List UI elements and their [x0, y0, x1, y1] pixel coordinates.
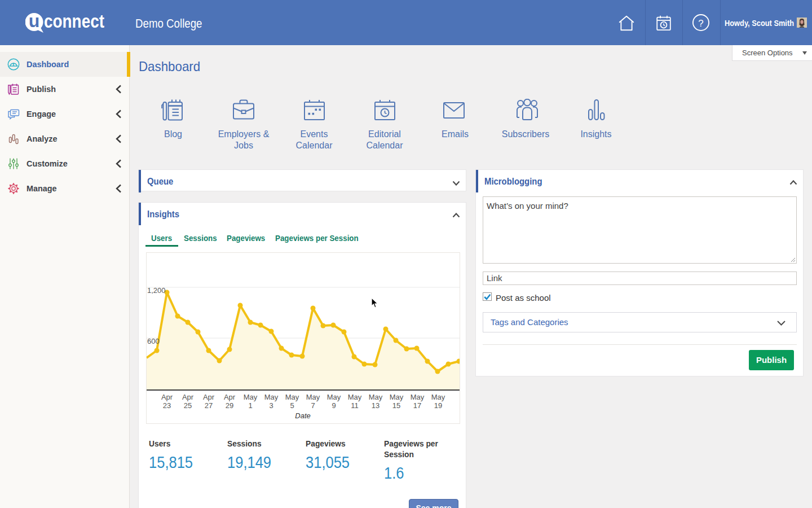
svg-text:Apr: Apr	[203, 393, 215, 401]
svg-text:May: May	[369, 393, 383, 401]
svg-text:May: May	[285, 393, 299, 401]
svg-text:connect: connect	[44, 13, 104, 32]
svg-text:?: ?	[698, 18, 703, 29]
svg-text:23: 23	[163, 401, 171, 410]
svg-text:Apr: Apr	[161, 393, 173, 401]
svg-text:3: 3	[269, 401, 273, 410]
svg-text:27: 27	[205, 401, 213, 410]
svg-text:May: May	[327, 393, 341, 401]
svg-text:5: 5	[290, 401, 294, 410]
svg-text:Apr: Apr	[182, 393, 194, 401]
svg-text:u: u	[29, 13, 40, 31]
svg-text:May: May	[348, 393, 362, 401]
svg-text:1: 1	[248, 401, 252, 410]
svg-text:29: 29	[226, 401, 233, 410]
svg-text:May: May	[244, 393, 258, 401]
svg-text:25: 25	[184, 401, 192, 410]
svg-text:13: 13	[372, 401, 379, 410]
svg-text:7: 7	[311, 401, 315, 410]
svg-text:19: 19	[434, 401, 442, 410]
svg-text:600: 600	[147, 337, 160, 345]
svg-text:15: 15	[392, 401, 400, 410]
svg-text:May: May	[431, 393, 445, 401]
svg-text:Date: Date	[295, 411, 310, 420]
svg-text:11: 11	[351, 401, 359, 410]
svg-text:1,200: 1,200	[147, 286, 166, 295]
svg-text:Apr: Apr	[224, 393, 236, 401]
svg-text:May: May	[411, 393, 425, 401]
svg-text:17: 17	[413, 401, 421, 410]
svg-text:May: May	[264, 393, 279, 401]
svg-text:May: May	[306, 393, 320, 401]
svg-text:May: May	[390, 393, 404, 401]
svg-text:9: 9	[332, 401, 336, 410]
